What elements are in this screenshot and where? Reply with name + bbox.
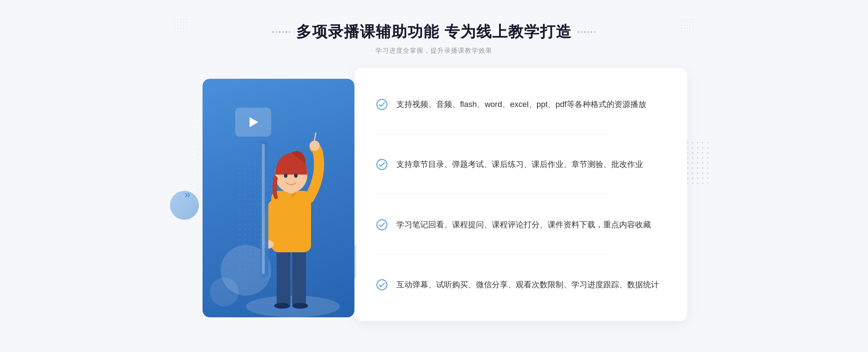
header-section: 多项录播课辅助功能 专为线上教学打造 学习进度全掌握，提升录播课教学效果	[272, 22, 596, 55]
sub-title: 学习进度全掌握，提升录播课教学效果	[272, 46, 596, 55]
svg-point-19	[377, 280, 387, 290]
divider-1	[376, 134, 608, 134]
figure-container	[239, 97, 347, 321]
feature-item-4: 互动弹幕、试听购买、微信分享、观看次数限制、学习进度跟踪、数据统计	[376, 271, 665, 298]
divider-3	[376, 254, 608, 255]
feature-text-2: 支持章节目录、弹题考试、课后练习、课后作业、章节测验、批改作业	[396, 158, 643, 171]
check-circle-icon-3	[376, 219, 388, 231]
svg-point-13	[294, 173, 298, 178]
check-circle-icon-1	[376, 99, 388, 110]
svg-point-5	[274, 303, 290, 309]
feature-text-1: 支持视频、音频、flash、word、excel、ppt、pdf等各种格式的资源…	[396, 98, 646, 111]
check-circle-icon-2	[376, 159, 388, 170]
features-panel: 支持视频、音频、flash、word、excel、ppt、pdf等各种格式的资源…	[354, 68, 687, 321]
svg-rect-4	[292, 249, 306, 306]
svg-point-6	[292, 303, 308, 309]
svg-point-16	[377, 99, 387, 110]
svg-rect-3	[277, 249, 290, 306]
feature-text-3: 学习笔记回看、课程提问、课程评论打分、课件资料下载，重点内容收藏	[396, 218, 651, 231]
page-wrapper: 多项录播课辅助功能 专为线上教学打造 学习进度全掌握，提升录播课教学效果 »	[0, 0, 868, 352]
main-title: 多项录播课辅助功能 专为线上教学打造	[296, 22, 572, 42]
title-dots-left	[272, 31, 290, 33]
deco-circle-small	[210, 278, 239, 306]
title-dots-right	[578, 31, 596, 33]
feature-item-2: 支持章节目录、弹题考试、课后练习、课后作业、章节测验、批改作业	[376, 151, 665, 178]
svg-rect-15	[262, 144, 265, 274]
header-title-row: 多项录播课辅助功能 专为线上教学打造	[272, 22, 596, 42]
divider-2	[376, 194, 608, 194]
feature-text-4: 互动弹幕、试听购买、微信分享、观看次数限制、学习进度跟踪、数据统计	[396, 278, 659, 291]
left-arrows-deco: »	[184, 188, 191, 201]
svg-point-8	[310, 141, 320, 151]
content-area: »	[181, 68, 687, 321]
feature-item-3: 学习笔记回看、课程提问、课程评论打分、课件资料下载，重点内容收藏	[376, 211, 665, 238]
check-circle-icon-4	[376, 279, 388, 291]
svg-point-18	[377, 220, 387, 230]
svg-point-12	[284, 173, 288, 178]
feature-item-1: 支持视频、音频、flash、word、excel、ppt、pdf等各种格式的资源…	[376, 91, 665, 118]
illustration-section	[181, 68, 369, 321]
svg-point-17	[377, 159, 387, 169]
